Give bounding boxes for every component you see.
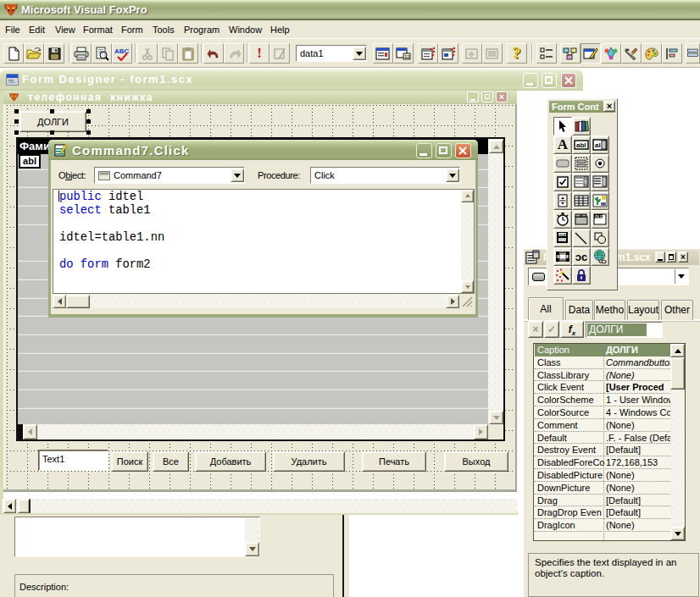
svg-text:abl: abl xyxy=(576,141,586,149)
svg-text:OLE: OLE xyxy=(595,215,603,219)
svg-text:al: al xyxy=(595,141,601,149)
svg-text:12: 12 xyxy=(404,54,410,59)
svg-text:OLE: OLE xyxy=(558,233,566,237)
